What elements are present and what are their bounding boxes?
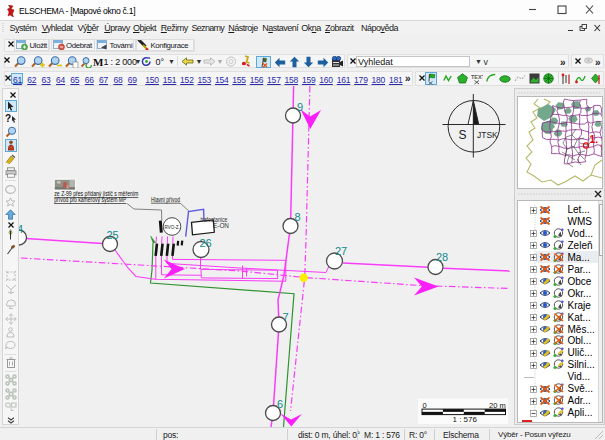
svg-text:.: . bbox=[600, 140, 602, 149]
svg-text:26: 26 bbox=[200, 237, 212, 249]
svg-text:0: 0 bbox=[423, 401, 427, 410]
svg-text:6: 6 bbox=[277, 398, 283, 410]
svg-text:27: 27 bbox=[335, 245, 347, 257]
svg-text:25: 25 bbox=[107, 229, 119, 241]
svg-text:TEXT: TEXT bbox=[471, 73, 483, 79]
svg-text:přívod pro kamerový systém MP: přívod pro kamerový systém MP bbox=[54, 196, 126, 204]
svg-text:7: 7 bbox=[283, 311, 289, 323]
svg-text:28: 28 bbox=[436, 251, 448, 263]
svg-text:20 m: 20 m bbox=[489, 401, 506, 410]
svg-text:8: 8 bbox=[295, 211, 301, 223]
svg-text:RVO-Z..: RVO-Z.. bbox=[165, 225, 181, 230]
svg-text:?: ? bbox=[5, 113, 11, 124]
svg-text:E-ON: E-ON bbox=[213, 222, 229, 229]
svg-text:9: 9 bbox=[297, 101, 303, 113]
svg-text:1 : 576: 1 : 576 bbox=[453, 415, 478, 424]
svg-text:1.: 1. bbox=[589, 133, 598, 145]
svg-text:Hlavní přívod: Hlavní přívod bbox=[151, 196, 180, 204]
svg-text:S: S bbox=[459, 128, 467, 142]
svg-text:JTSK: JTSK bbox=[477, 130, 498, 140]
